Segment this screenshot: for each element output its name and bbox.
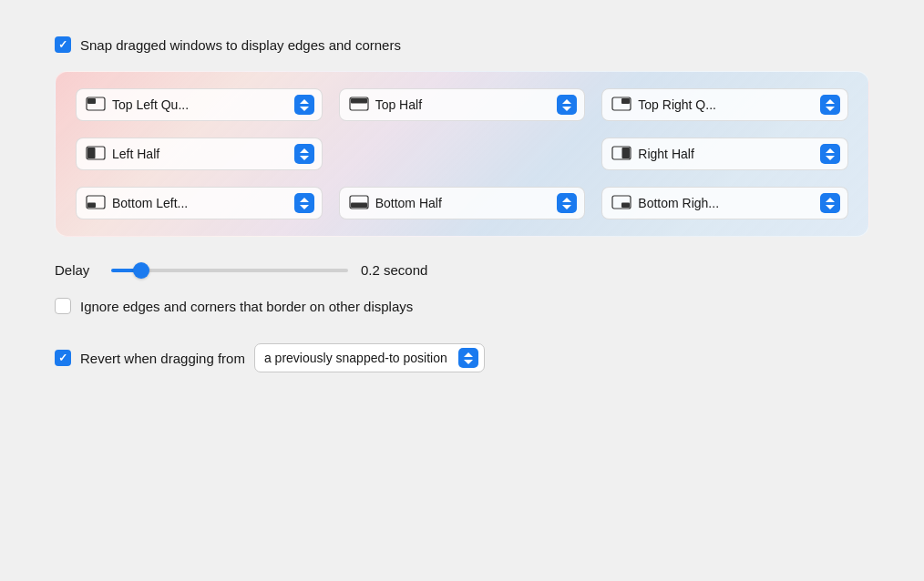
revert-label: Revert when dragging from [80, 351, 245, 366]
snap-checkmark: ✓ [58, 38, 67, 51]
delay-slider-container [111, 269, 348, 272]
top-half-icon [349, 97, 369, 114]
svg-marker-19 [826, 156, 835, 160]
delay-row: Delay 0.2 second [55, 262, 869, 278]
svg-rect-13 [87, 148, 96, 158]
bottom-right-label: Bottom Righ... [638, 196, 814, 210]
svg-marker-23 [300, 205, 309, 209]
svg-marker-2 [300, 99, 309, 104]
svg-rect-25 [351, 202, 367, 208]
svg-marker-32 [464, 352, 473, 357]
top-left-quarter-icon [86, 97, 106, 114]
top-left-dropdown[interactable]: Top Left Qu... [76, 88, 323, 121]
svg-rect-29 [621, 202, 630, 208]
svg-rect-17 [622, 148, 631, 158]
top-half-label: Top Half [375, 97, 551, 112]
svg-marker-7 [562, 107, 571, 111]
right-half-stepper [820, 144, 840, 164]
svg-marker-27 [562, 205, 571, 209]
ignore-checkbox[interactable] [55, 298, 71, 314]
top-right-stepper [820, 95, 840, 115]
revert-row: ✓ Revert when dragging from a previously… [55, 343, 869, 372]
bottom-left-dropdown[interactable]: Bottom Left... [76, 187, 323, 219]
svg-marker-10 [826, 99, 835, 104]
revert-dropdown-value: a previously snapped-to position [264, 351, 447, 365]
top-half-dropdown[interactable]: Top Half [339, 88, 586, 121]
snap-positions-panel: Top Left Qu... Top Half [55, 71, 869, 237]
svg-rect-1 [87, 98, 96, 104]
right-half-icon [611, 146, 631, 163]
svg-marker-6 [562, 99, 571, 104]
svg-marker-31 [826, 205, 835, 209]
bottom-half-icon [349, 195, 369, 212]
snap-checkbox[interactable]: ✓ [55, 36, 71, 53]
bottom-half-stepper [557, 193, 577, 213]
svg-marker-18 [826, 148, 835, 153]
snap-positions-grid: Top Left Qu... Top Half [76, 88, 848, 219]
top-half-stepper [557, 95, 577, 115]
snap-checkbox-row: ✓ Snap dragged windows to display edges … [55, 36, 869, 53]
left-half-dropdown[interactable]: Left Half [76, 138, 323, 170]
bottom-right-dropdown[interactable]: Bottom Righ... [601, 187, 848, 219]
left-half-stepper [294, 144, 314, 164]
top-right-label: Top Right Q... [638, 97, 814, 112]
delay-label: Delay [55, 262, 98, 278]
revert-checkmark: ✓ [58, 352, 67, 364]
settings-panel: ✓ Snap dragged windows to display edges … [55, 36, 869, 372]
svg-marker-14 [300, 148, 309, 153]
top-right-dropdown[interactable]: Top Right Q... [601, 88, 848, 121]
delay-value: 0.2 second [361, 262, 427, 278]
revert-dropdown-stepper [458, 348, 478, 368]
bottom-half-label: Bottom Half [375, 196, 551, 210]
top-left-label: Top Left Qu... [112, 97, 288, 112]
center-empty-cell [339, 138, 586, 170]
bottom-right-quarter-icon [611, 195, 631, 212]
left-half-label: Left Half [112, 147, 288, 161]
svg-marker-22 [300, 198, 309, 202]
top-left-stepper [294, 95, 314, 115]
bottom-right-stepper [820, 193, 840, 213]
svg-marker-3 [300, 107, 309, 111]
bottom-left-quarter-icon [86, 195, 106, 212]
svg-rect-5 [351, 98, 367, 104]
svg-marker-15 [300, 156, 309, 160]
bottom-half-dropdown[interactable]: Bottom Half [339, 187, 586, 219]
svg-rect-21 [87, 202, 96, 208]
revert-checkbox[interactable]: ✓ [55, 350, 71, 366]
revert-dropdown[interactable]: a previously snapped-to position [254, 343, 485, 372]
bottom-options: Ignore edges and corners that border on … [55, 298, 869, 372]
ignore-checkbox-label: Ignore edges and corners that border on … [80, 299, 413, 314]
svg-rect-9 [621, 98, 630, 104]
svg-marker-33 [464, 360, 473, 364]
top-right-quarter-icon [611, 97, 631, 114]
delay-slider[interactable] [111, 269, 348, 272]
bottom-left-label: Bottom Left... [112, 196, 288, 210]
svg-marker-11 [826, 107, 835, 111]
left-half-icon [86, 146, 106, 163]
ignore-checkbox-row: Ignore edges and corners that border on … [55, 298, 869, 314]
svg-marker-30 [826, 198, 835, 202]
svg-marker-26 [562, 198, 571, 202]
right-half-label: Right Half [638, 147, 814, 161]
right-half-dropdown[interactable]: Right Half [601, 138, 848, 170]
snap-checkbox-label: Snap dragged windows to display edges an… [80, 37, 401, 53]
bottom-left-stepper [294, 193, 314, 213]
